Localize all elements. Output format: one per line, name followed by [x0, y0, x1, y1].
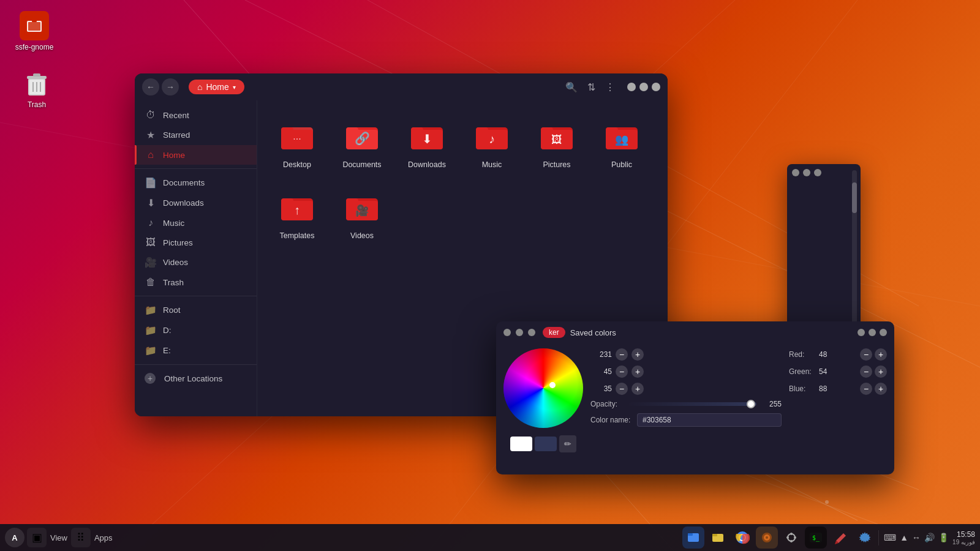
- sidebar-item-e[interactable]: 📁 E:: [135, 340, 257, 361]
- folder-documents[interactable]: 🔗 Documents: [334, 113, 390, 174]
- color-wheel-dot[interactable]: [549, 382, 556, 388]
- sidebar-item-recent[interactable]: ⏱ Recent: [135, 105, 257, 125]
- minimize-button[interactable]: [627, 83, 636, 91]
- taskbar-app-files[interactable]: [707, 527, 729, 549]
- sidebar-item-home[interactable]: ⌂ Home: [135, 145, 257, 165]
- back-button[interactable]: ←: [142, 78, 159, 96]
- sidebar-item-documents[interactable]: 📄 Documents: [135, 173, 257, 193]
- bg-panel-controls: [792, 169, 821, 176]
- red-plus[interactable]: +: [875, 348, 887, 361]
- folder-music[interactable]: ♪ Music: [464, 113, 519, 174]
- documents-folder-label: Documents: [342, 160, 381, 169]
- taskbar-item-apps-icon[interactable]: ⠿: [71, 528, 91, 547]
- folder-pictures[interactable]: 🖼 Pictures: [529, 113, 584, 174]
- svg-rect-20: [33, 73, 40, 77]
- swatch-dark[interactable]: [535, 437, 557, 451]
- view-label[interactable]: View: [50, 533, 67, 542]
- more-button[interactable]: ⋮: [603, 79, 617, 96]
- opacity-value: 255: [760, 400, 782, 408]
- titlebar-actions: 🔍 ⇅ ⋮: [563, 79, 617, 96]
- starred-icon: ★: [145, 129, 157, 141]
- apps-label[interactable]: Apps: [94, 533, 113, 542]
- downloads-folder-icon: ⬇: [407, 118, 447, 157]
- sidebar-item-downloads[interactable]: ⬇ Downloads: [135, 193, 257, 213]
- folder-templates[interactable]: ↑ Templates: [270, 184, 325, 245]
- cp-val2-plus[interactable]: +: [631, 365, 644, 378]
- home-icon: ⌂: [197, 82, 202, 92]
- sidebar-item-d[interactable]: 📁 D:: [135, 320, 257, 340]
- taskbar-clock: 15:58 19 فوریه: [952, 530, 975, 545]
- search-button[interactable]: 🔍: [563, 79, 580, 96]
- cp-wc2: [869, 329, 876, 336]
- cp-val1-minus[interactable]: −: [616, 348, 628, 361]
- taskbar-app-files-blue[interactable]: [682, 527, 704, 549]
- folder-public[interactable]: 👥 Public: [594, 113, 649, 174]
- folder-videos[interactable]: 🎥 Videos: [334, 184, 390, 245]
- location-bar[interactable]: ⌂ Home ▾: [189, 80, 244, 94]
- forward-button[interactable]: →: [162, 78, 179, 96]
- public-folder-label: Public: [611, 160, 632, 169]
- sidebar-item-other[interactable]: + Other Locations: [135, 369, 257, 388]
- sidebar-item-music[interactable]: ♪ Music: [135, 213, 257, 233]
- cp-val2-minus[interactable]: −: [616, 365, 628, 378]
- recent-icon: ⏱: [145, 110, 157, 121]
- music-label: Music: [163, 219, 184, 228]
- downloads-folder-label: Downloads: [408, 160, 446, 169]
- eyedropper-button[interactable]: ✏: [559, 435, 576, 452]
- taskbar-app-pencil[interactable]: [829, 527, 851, 549]
- svg-text:🖼: 🖼: [551, 133, 562, 146]
- color-wheel[interactable]: [503, 348, 583, 428]
- taskbar-app-gear[interactable]: [854, 527, 876, 549]
- svg-rect-15: [28, 22, 40, 31]
- cp-val1-plus[interactable]: +: [631, 348, 644, 361]
- blue-value: 88: [819, 384, 858, 393]
- taskbar-start-button[interactable]: A: [5, 528, 24, 547]
- blue-plus[interactable]: +: [875, 383, 887, 395]
- sidebar-item-starred[interactable]: ★ Starred: [135, 125, 257, 145]
- other-icon: +: [145, 373, 156, 384]
- cp-close[interactable]: [503, 329, 511, 336]
- maximize-button[interactable]: [639, 83, 648, 91]
- folder-desktop[interactable]: ··· Desktop: [270, 113, 325, 174]
- home-label: Home: [163, 151, 185, 160]
- taskbar-app-terminal[interactable]: $_: [805, 527, 827, 549]
- cp-maximize[interactable]: [528, 329, 535, 336]
- sidebar-item-trash[interactable]: 🗑 Trash: [135, 272, 257, 292]
- keyboard-icon: ⌨: [884, 533, 896, 542]
- sidebar-divider-2: [135, 296, 257, 296]
- blue-minus[interactable]: −: [860, 383, 872, 395]
- cp-row-1: 231 − +: [590, 348, 782, 361]
- close-button[interactable]: [652, 83, 660, 91]
- svg-rect-55: [346, 198, 358, 203]
- desktop-icon-ssfe[interactable]: ssfe-gnome: [10, 9, 59, 54]
- taskbar-app-settings-tool[interactable]: [780, 527, 802, 549]
- taskbar-app-brown[interactable]: [756, 527, 778, 549]
- folder-downloads[interactable]: ⬇ Downloads: [399, 113, 454, 174]
- taskbar-item-view-icon[interactable]: ▣: [27, 528, 47, 547]
- taskbar-app-chrome[interactable]: [731, 527, 753, 549]
- green-label: Green:: [789, 367, 816, 376]
- opacity-slider[interactable]: [628, 402, 756, 406]
- green-plus[interactable]: +: [875, 365, 887, 378]
- swatch-white[interactable]: [510, 437, 532, 451]
- cp-val3-plus[interactable]: +: [631, 383, 644, 395]
- desktop-icon-trash[interactable]: Trash: [12, 66, 61, 111]
- sidebar-item-pictures[interactable]: 🖼 Pictures: [135, 233, 257, 252]
- cp-minimize[interactable]: [516, 329, 523, 336]
- green-minus[interactable]: −: [860, 365, 872, 378]
- sidebar-item-root[interactable]: 📁 Root: [135, 300, 257, 320]
- cp-val3-minus[interactable]: −: [616, 383, 628, 395]
- taskbar-apps: $_: [682, 527, 876, 549]
- color-name-input[interactable]: [637, 413, 782, 427]
- trash-label: Trash: [163, 278, 184, 287]
- cp-row-3: 35 − +: [590, 383, 782, 395]
- svg-rect-60: [712, 534, 717, 536]
- filter-button[interactable]: ⇅: [585, 79, 598, 96]
- opacity-label: Opacity:: [590, 400, 624, 408]
- public-folder-icon: 👥: [602, 118, 641, 157]
- red-minus[interactable]: −: [860, 348, 872, 361]
- bg-dot-3: [814, 169, 821, 176]
- wifi-icon: ▲: [900, 533, 908, 542]
- opacity-thumb[interactable]: [747, 400, 755, 408]
- sidebar-item-videos[interactable]: 🎥 Videos: [135, 252, 257, 272]
